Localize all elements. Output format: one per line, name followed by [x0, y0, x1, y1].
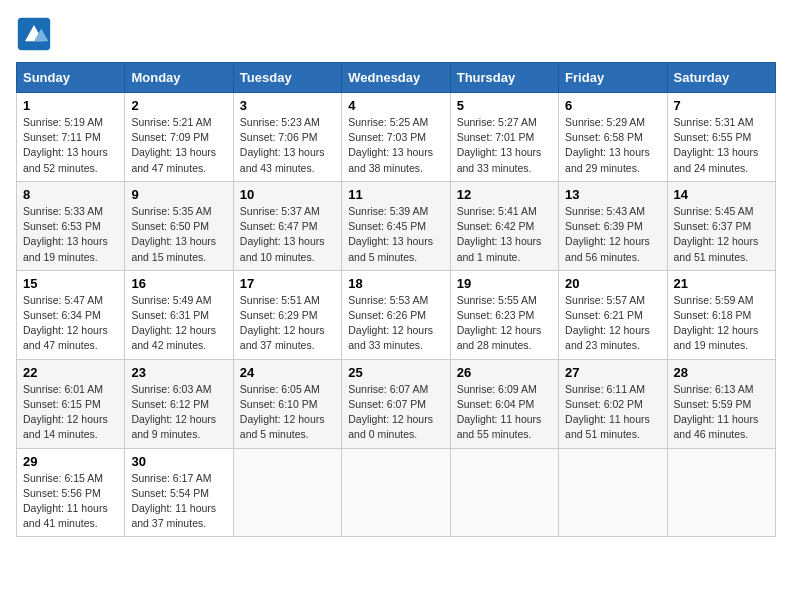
day-info: Sunrise: 5:29 AMSunset: 6:58 PMDaylight:… — [565, 116, 650, 174]
calendar-cell: 4Sunrise: 5:25 AMSunset: 7:03 PMDaylight… — [342, 93, 450, 182]
calendar-cell: 29Sunrise: 6:15 AMSunset: 5:56 PMDayligh… — [17, 448, 125, 537]
calendar-cell: 13Sunrise: 5:43 AMSunset: 6:39 PMDayligh… — [559, 181, 667, 270]
day-number: 20 — [565, 276, 660, 291]
day-number: 15 — [23, 276, 118, 291]
week-row-5: 29Sunrise: 6:15 AMSunset: 5:56 PMDayligh… — [17, 448, 776, 537]
day-number: 1 — [23, 98, 118, 113]
calendar-table: SundayMondayTuesdayWednesdayThursdayFrid… — [16, 62, 776, 537]
day-info: Sunrise: 6:17 AMSunset: 5:54 PMDaylight:… — [131, 472, 216, 530]
calendar-cell: 20Sunrise: 5:57 AMSunset: 6:21 PMDayligh… — [559, 270, 667, 359]
calendar-cell: 24Sunrise: 6:05 AMSunset: 6:10 PMDayligh… — [233, 359, 341, 448]
header-monday: Monday — [125, 63, 233, 93]
day-info: Sunrise: 6:05 AMSunset: 6:10 PMDaylight:… — [240, 383, 325, 441]
day-number: 11 — [348, 187, 443, 202]
day-number: 26 — [457, 365, 552, 380]
day-info: Sunrise: 5:35 AMSunset: 6:50 PMDaylight:… — [131, 205, 216, 263]
header-tuesday: Tuesday — [233, 63, 341, 93]
day-info: Sunrise: 5:21 AMSunset: 7:09 PMDaylight:… — [131, 116, 216, 174]
day-info: Sunrise: 5:25 AMSunset: 7:03 PMDaylight:… — [348, 116, 433, 174]
day-info: Sunrise: 5:33 AMSunset: 6:53 PMDaylight:… — [23, 205, 108, 263]
day-number: 30 — [131, 454, 226, 469]
calendar-body: 1Sunrise: 5:19 AMSunset: 7:11 PMDaylight… — [17, 93, 776, 537]
day-number: 18 — [348, 276, 443, 291]
day-info: Sunrise: 5:23 AMSunset: 7:06 PMDaylight:… — [240, 116, 325, 174]
day-info: Sunrise: 6:03 AMSunset: 6:12 PMDaylight:… — [131, 383, 216, 441]
day-number: 5 — [457, 98, 552, 113]
day-number: 13 — [565, 187, 660, 202]
logo-icon — [16, 16, 52, 52]
day-info: Sunrise: 5:43 AMSunset: 6:39 PMDaylight:… — [565, 205, 650, 263]
calendar-cell: 27Sunrise: 6:11 AMSunset: 6:02 PMDayligh… — [559, 359, 667, 448]
calendar-cell: 23Sunrise: 6:03 AMSunset: 6:12 PMDayligh… — [125, 359, 233, 448]
calendar-cell: 30Sunrise: 6:17 AMSunset: 5:54 PMDayligh… — [125, 448, 233, 537]
week-row-1: 1Sunrise: 5:19 AMSunset: 7:11 PMDaylight… — [17, 93, 776, 182]
week-row-2: 8Sunrise: 5:33 AMSunset: 6:53 PMDaylight… — [17, 181, 776, 270]
week-row-4: 22Sunrise: 6:01 AMSunset: 6:15 PMDayligh… — [17, 359, 776, 448]
calendar-cell — [450, 448, 558, 537]
day-number: 12 — [457, 187, 552, 202]
calendar-cell: 16Sunrise: 5:49 AMSunset: 6:31 PMDayligh… — [125, 270, 233, 359]
day-number: 17 — [240, 276, 335, 291]
calendar-cell: 25Sunrise: 6:07 AMSunset: 6:07 PMDayligh… — [342, 359, 450, 448]
day-info: Sunrise: 6:15 AMSunset: 5:56 PMDaylight:… — [23, 472, 108, 530]
day-number: 14 — [674, 187, 769, 202]
calendar-cell: 6Sunrise: 5:29 AMSunset: 6:58 PMDaylight… — [559, 93, 667, 182]
day-info: Sunrise: 6:01 AMSunset: 6:15 PMDaylight:… — [23, 383, 108, 441]
header-friday: Friday — [559, 63, 667, 93]
calendar-cell: 15Sunrise: 5:47 AMSunset: 6:34 PMDayligh… — [17, 270, 125, 359]
calendar-cell: 7Sunrise: 5:31 AMSunset: 6:55 PMDaylight… — [667, 93, 775, 182]
calendar-cell — [233, 448, 341, 537]
calendar-cell: 5Sunrise: 5:27 AMSunset: 7:01 PMDaylight… — [450, 93, 558, 182]
week-row-3: 15Sunrise: 5:47 AMSunset: 6:34 PMDayligh… — [17, 270, 776, 359]
day-number: 9 — [131, 187, 226, 202]
day-info: Sunrise: 5:47 AMSunset: 6:34 PMDaylight:… — [23, 294, 108, 352]
day-number: 21 — [674, 276, 769, 291]
day-info: Sunrise: 6:09 AMSunset: 6:04 PMDaylight:… — [457, 383, 542, 441]
calendar-cell: 9Sunrise: 5:35 AMSunset: 6:50 PMDaylight… — [125, 181, 233, 270]
day-info: Sunrise: 5:49 AMSunset: 6:31 PMDaylight:… — [131, 294, 216, 352]
calendar-cell: 10Sunrise: 5:37 AMSunset: 6:47 PMDayligh… — [233, 181, 341, 270]
day-info: Sunrise: 5:57 AMSunset: 6:21 PMDaylight:… — [565, 294, 650, 352]
day-number: 29 — [23, 454, 118, 469]
header-sunday: Sunday — [17, 63, 125, 93]
calendar-cell: 3Sunrise: 5:23 AMSunset: 7:06 PMDaylight… — [233, 93, 341, 182]
day-info: Sunrise: 6:07 AMSunset: 6:07 PMDaylight:… — [348, 383, 433, 441]
day-number: 23 — [131, 365, 226, 380]
day-number: 27 — [565, 365, 660, 380]
calendar-cell: 2Sunrise: 5:21 AMSunset: 7:09 PMDaylight… — [125, 93, 233, 182]
header-saturday: Saturday — [667, 63, 775, 93]
day-info: Sunrise: 5:55 AMSunset: 6:23 PMDaylight:… — [457, 294, 542, 352]
calendar-cell: 12Sunrise: 5:41 AMSunset: 6:42 PMDayligh… — [450, 181, 558, 270]
calendar-cell — [559, 448, 667, 537]
day-info: Sunrise: 5:51 AMSunset: 6:29 PMDaylight:… — [240, 294, 325, 352]
day-number: 25 — [348, 365, 443, 380]
day-number: 22 — [23, 365, 118, 380]
calendar-cell — [342, 448, 450, 537]
calendar-cell: 28Sunrise: 6:13 AMSunset: 5:59 PMDayligh… — [667, 359, 775, 448]
calendar-header-row: SundayMondayTuesdayWednesdayThursdayFrid… — [17, 63, 776, 93]
day-number: 8 — [23, 187, 118, 202]
day-info: Sunrise: 5:39 AMSunset: 6:45 PMDaylight:… — [348, 205, 433, 263]
calendar-cell: 19Sunrise: 5:55 AMSunset: 6:23 PMDayligh… — [450, 270, 558, 359]
header-thursday: Thursday — [450, 63, 558, 93]
calendar-cell: 14Sunrise: 5:45 AMSunset: 6:37 PMDayligh… — [667, 181, 775, 270]
day-number: 28 — [674, 365, 769, 380]
day-info: Sunrise: 5:59 AMSunset: 6:18 PMDaylight:… — [674, 294, 759, 352]
day-number: 24 — [240, 365, 335, 380]
calendar-cell: 22Sunrise: 6:01 AMSunset: 6:15 PMDayligh… — [17, 359, 125, 448]
day-info: Sunrise: 5:53 AMSunset: 6:26 PMDaylight:… — [348, 294, 433, 352]
logo — [16, 16, 58, 52]
calendar-cell: 26Sunrise: 6:09 AMSunset: 6:04 PMDayligh… — [450, 359, 558, 448]
day-info: Sunrise: 5:31 AMSunset: 6:55 PMDaylight:… — [674, 116, 759, 174]
calendar-cell: 17Sunrise: 5:51 AMSunset: 6:29 PMDayligh… — [233, 270, 341, 359]
header-wednesday: Wednesday — [342, 63, 450, 93]
day-number: 7 — [674, 98, 769, 113]
page-header — [16, 16, 776, 52]
day-info: Sunrise: 6:13 AMSunset: 5:59 PMDaylight:… — [674, 383, 759, 441]
day-info: Sunrise: 5:41 AMSunset: 6:42 PMDaylight:… — [457, 205, 542, 263]
calendar-cell: 11Sunrise: 5:39 AMSunset: 6:45 PMDayligh… — [342, 181, 450, 270]
calendar-cell: 1Sunrise: 5:19 AMSunset: 7:11 PMDaylight… — [17, 93, 125, 182]
day-info: Sunrise: 5:37 AMSunset: 6:47 PMDaylight:… — [240, 205, 325, 263]
day-info: Sunrise: 5:19 AMSunset: 7:11 PMDaylight:… — [23, 116, 108, 174]
calendar-cell: 8Sunrise: 5:33 AMSunset: 6:53 PMDaylight… — [17, 181, 125, 270]
